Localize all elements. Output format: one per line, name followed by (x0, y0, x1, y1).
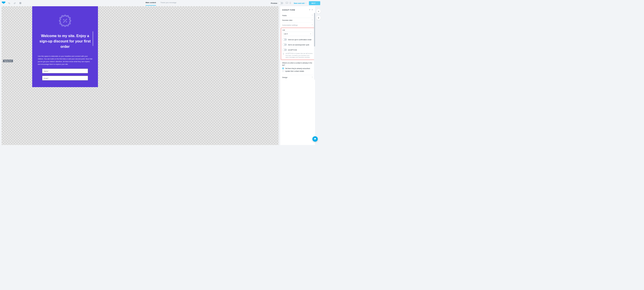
right-rail (315, 6, 322, 145)
section-fields-label: Fields (282, 14, 287, 16)
chevron-up-icon (312, 24, 313, 26)
opt-in-row: Send an opt-in confirmation email (282, 38, 313, 41)
radio-already-subscribed[interactable]: Tell them they're already subscribed (282, 67, 313, 69)
topbar-right: Preview Save and exit NEXT (271, 1, 320, 5)
tab-main-content[interactable]: Main content (146, 1, 156, 5)
svg-rect-2 (286, 2, 288, 3)
svg-point-6 (66, 21, 67, 22)
next-label: NEXT (312, 2, 316, 4)
recaptcha-label: reCAPTCHA (288, 49, 297, 51)
preview-label: Preview (271, 2, 277, 4)
topbar-left (2, 1, 22, 5)
chevron-down-icon (305, 2, 306, 4)
section-fields[interactable]: Fields (282, 13, 313, 18)
device-icons (286, 2, 291, 5)
preview-toggle[interactable] (279, 2, 283, 4)
chevron-right-icon (316, 2, 318, 4)
radio-icon (282, 67, 284, 69)
section-design[interactable]: Design (282, 75, 313, 79)
close-icon[interactable] (312, 9, 313, 11)
panel-scroll[interactable]: Fields Success view Subscription setting… (280, 13, 315, 145)
subscription-highlight: List List X Send an opt-in confirmation … (281, 28, 314, 60)
text-caret (92, 31, 93, 46)
tabs: Main content Thank you message (146, 0, 176, 6)
radio-update-details[interactable]: Update their contact details (282, 70, 313, 72)
pin-icon[interactable] (309, 9, 310, 11)
logo-icon[interactable] (2, 1, 5, 5)
signup-form-tag: Signup form (3, 60, 13, 62)
section-subscription-label: Subscription settings (282, 24, 298, 26)
discount-badge-icon (58, 14, 72, 27)
autoresponder-row: Add to an autoresponder cycle (282, 43, 313, 46)
mobile-icon[interactable] (289, 2, 291, 5)
desktop-icon[interactable] (286, 2, 288, 5)
tab-thank-you[interactable]: Thank you message (160, 1, 176, 5)
topbar: Main content Thank you message Preview S… (0, 0, 322, 6)
add-button[interactable] (316, 16, 321, 20)
autoresponder-label: Add to an autoresponder cycle (288, 44, 309, 45)
save-and-exit-link[interactable]: Save and exit (294, 2, 306, 4)
next-button[interactable]: NEXT (309, 1, 320, 5)
form-headline[interactable]: Welcome to my site. Enjoy a sign-up disc… (38, 33, 92, 49)
main: Welcome to my site. Enjoy a sign-up disc… (0, 6, 322, 145)
close-panel-button[interactable] (316, 9, 321, 14)
save-icon[interactable] (18, 1, 22, 5)
chevron-down-icon (312, 14, 313, 16)
opt-in-toggle[interactable] (282, 38, 287, 41)
list-select[interactable]: List X (282, 32, 313, 36)
section-success-view[interactable]: Success view (282, 18, 313, 22)
autoresponder-toggle[interactable] (282, 43, 287, 46)
canvas[interactable]: Welcome to my site. Enjoy a sign-up disc… (2, 6, 278, 145)
save-exit-label: Save and exit (294, 2, 304, 4)
list-label: List (282, 29, 313, 31)
undo-icon[interactable] (8, 1, 11, 5)
close-icon (318, 10, 320, 12)
radio-label-1: Tell them they're already subscribed (285, 67, 310, 69)
chevron-down-icon (312, 19, 313, 21)
recaptcha-hint: reCAPTCHA is a system that can tell huma… (282, 52, 313, 58)
radio-icon (282, 70, 284, 72)
form-fields (38, 69, 92, 80)
name-input[interactable] (42, 69, 88, 73)
radio-label-2: Update their contact details (285, 70, 304, 72)
panel-title: SIGNUP FORM (282, 9, 295, 11)
recaptcha-toggle[interactable] (282, 49, 287, 51)
chevron-down-icon (312, 76, 313, 78)
signup-form-card[interactable]: Welcome to my site. Enjoy a sign-up disc… (32, 6, 98, 87)
panel-header: SIGNUP FORM (280, 6, 315, 13)
recaptcha-row: reCAPTCHA (282, 49, 313, 51)
form-description[interactable]: Use this space to elaborate on your head… (38, 55, 92, 65)
svg-point-5 (63, 19, 64, 20)
scrollbar-thumb[interactable] (314, 13, 315, 46)
plus-icon (318, 17, 320, 19)
email-input[interactable] (42, 76, 88, 80)
chat-fab[interactable] (312, 136, 318, 142)
preview-group: Preview (271, 2, 283, 4)
svg-point-1 (20, 3, 20, 3)
opt-in-label: Send an opt-in confirmation email (288, 39, 311, 40)
chevron-down-icon (310, 33, 312, 35)
section-success-label: Success view (282, 19, 292, 21)
existing-contact-block: What to do when a contact is already in … (280, 61, 315, 75)
list-value: List X (284, 33, 288, 35)
redo-icon[interactable] (13, 1, 16, 5)
section-design-label: Design (282, 76, 287, 78)
lightbulb-icon (282, 53, 284, 55)
existing-question: What to do when a contact is already in … (282, 62, 313, 66)
chat-icon (314, 138, 316, 140)
settings-panel: SIGNUP FORM Fields Success view (280, 6, 315, 145)
svg-point-4 (290, 3, 290, 3)
section-subscription-settings[interactable]: Subscription settings (282, 22, 313, 27)
recaptcha-hint-text: reCAPTCHA is a system that can tell huma… (286, 52, 313, 58)
